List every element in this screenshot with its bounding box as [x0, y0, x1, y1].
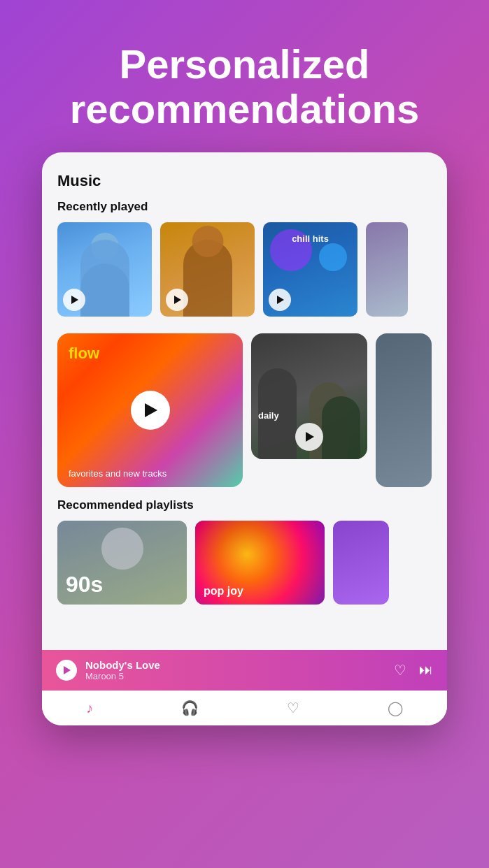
playlist-90s-label: 90s [66, 572, 103, 598]
extra-card-art [376, 333, 432, 487]
now-playing-artist: Maroon 5 [85, 671, 385, 681]
flow-label: flow [69, 345, 232, 363]
nav-item-search[interactable]: 🎧 [181, 700, 199, 716]
now-playing-info: Nobody's Love Maroon 5 [85, 659, 385, 681]
nav-item-home[interactable]: ♪ [86, 700, 93, 716]
header: Personalized recommendations [0, 0, 489, 152]
body-1 [80, 263, 129, 317]
daily-column: daily A mix featuring Ed Sheeran, Drake,… [251, 333, 367, 487]
now-playing-bar: Nobody's Love Maroon 5 ♡ ⏭ [42, 650, 447, 690]
nav-item-profile[interactable]: ◯ [388, 700, 403, 716]
playlist-90s-art [101, 528, 143, 570]
album-item-1[interactable] [57, 222, 152, 317]
daily-art: daily [251, 333, 367, 459]
daily-label: daily [258, 410, 279, 421]
playlists-row: 90s pop joy [57, 521, 432, 605]
daily-card[interactable]: daily A mix featuring Ed Sheeran, Drake,… [251, 333, 367, 459]
play-button-1[interactable] [63, 289, 85, 311]
recently-played-label: Recently played [57, 200, 432, 214]
search-icon: 🎧 [181, 700, 199, 716]
playlist-popjoy[interactable]: pop joy [195, 521, 325, 605]
page-background: Personalized recommendations Music Recen… [0, 0, 489, 725]
person-head-2 [192, 226, 223, 257]
recommended-section: Recommended playlists 90s pop joy [57, 498, 432, 605]
extra-card[interactable] [376, 333, 432, 487]
playlist-90s[interactable]: 90s [57, 521, 187, 605]
daily-person-3 [322, 396, 360, 459]
music-section-title: Music [57, 172, 432, 190]
chill-hits-label: chill hits [263, 228, 357, 249]
flow-description: favorites and new tracks [69, 468, 232, 479]
now-playing-play-button[interactable] [56, 660, 77, 681]
flow-play-button[interactable] [131, 391, 170, 430]
head-1 [91, 233, 119, 261]
daily-play-button[interactable] [295, 423, 323, 451]
now-playing-title: Nobody's Love [85, 659, 385, 671]
playlist-extra[interactable] [333, 521, 389, 605]
home-icon: ♪ [86, 700, 93, 716]
recently-played-row: chill hits [57, 222, 432, 317]
now-playing-controls: ♡ ⏭ [394, 662, 433, 679]
album-item-3[interactable]: chill hits [263, 222, 357, 317]
album-item-4[interactable] [366, 222, 408, 317]
album-item-2[interactable] [160, 222, 255, 317]
play-button-2[interactable] [166, 289, 188, 311]
nav-item-favorites[interactable]: ♡ [287, 700, 299, 716]
person-silhouette-1 [77, 233, 133, 317]
bottom-navigation: ♪ 🎧 ♡ ◯ [42, 690, 447, 725]
phone-card: Music Recently played [42, 152, 447, 725]
flow-card[interactable]: flow favorites and new tracks [57, 333, 243, 487]
favorites-icon: ♡ [287, 700, 299, 716]
recommended-label: Recommended playlists [57, 498, 432, 512]
skip-icon[interactable]: ⏭ [419, 662, 433, 678]
mix-row: flow favorites and new tracks daily A mi… [57, 333, 432, 487]
profile-icon: ◯ [388, 700, 403, 716]
heart-icon[interactable]: ♡ [394, 662, 406, 679]
playlist-popjoy-label: pop joy [204, 585, 243, 598]
play-button-3[interactable] [269, 289, 291, 311]
header-title: Personalized recommendations [28, 42, 461, 131]
